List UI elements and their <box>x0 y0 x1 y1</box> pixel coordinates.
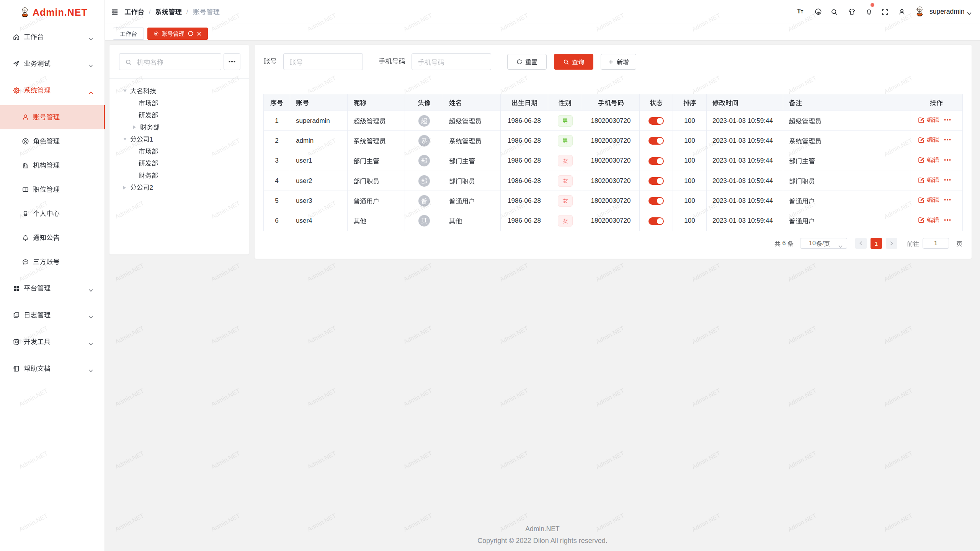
svg-text:1: 1 <box>150 136 153 142</box>
svg-text:2: 2 <box>150 184 153 191</box>
